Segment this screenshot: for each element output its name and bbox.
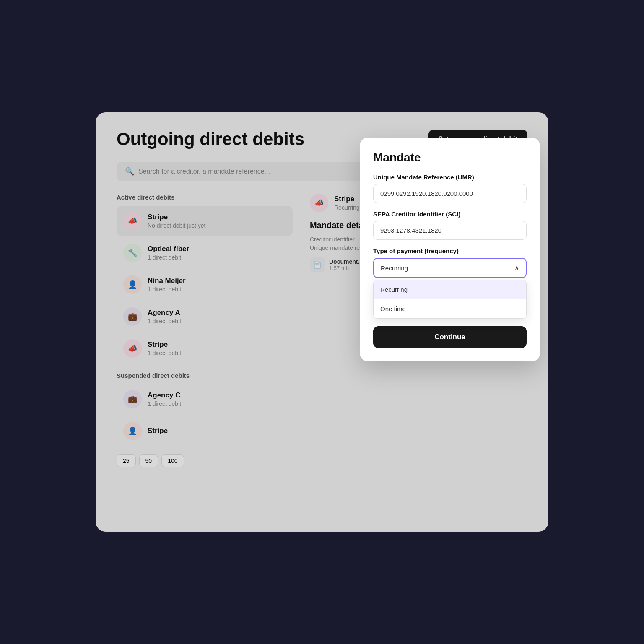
mandate-modal: Mandate Unique Mandate Reference (UMR) S… (360, 138, 540, 361)
payment-type-label: Type of payment (frequency) (373, 247, 527, 254)
sci-field-label: SEPA Creditor Identifier (SCI) (373, 210, 527, 218)
app-container: Outgoing direct debits Set up a new dire… (96, 112, 548, 532)
selected-option-label: Recurring (381, 265, 408, 272)
payment-type-dropdown-menu: Recurring One time (373, 280, 527, 319)
umr-input[interactable] (373, 184, 527, 203)
modal-title: Mandate (373, 151, 527, 164)
payment-type-dropdown-wrapper: Recurring ∧ Recurring One time (373, 258, 527, 319)
continue-button[interactable]: Continue (373, 326, 527, 348)
sci-input[interactable] (373, 221, 527, 240)
umr-field-label: Unique Mandate Reference (UMR) (373, 174, 527, 181)
modal-overlay: Mandate Unique Mandate Reference (UMR) S… (96, 112, 548, 532)
dropdown-option-one-time[interactable]: One time (374, 299, 526, 318)
dropdown-option-recurring[interactable]: Recurring (374, 280, 526, 299)
payment-type-dropdown-trigger[interactable]: Recurring ∧ (373, 258, 527, 278)
chevron-up-icon: ∧ (514, 264, 519, 272)
